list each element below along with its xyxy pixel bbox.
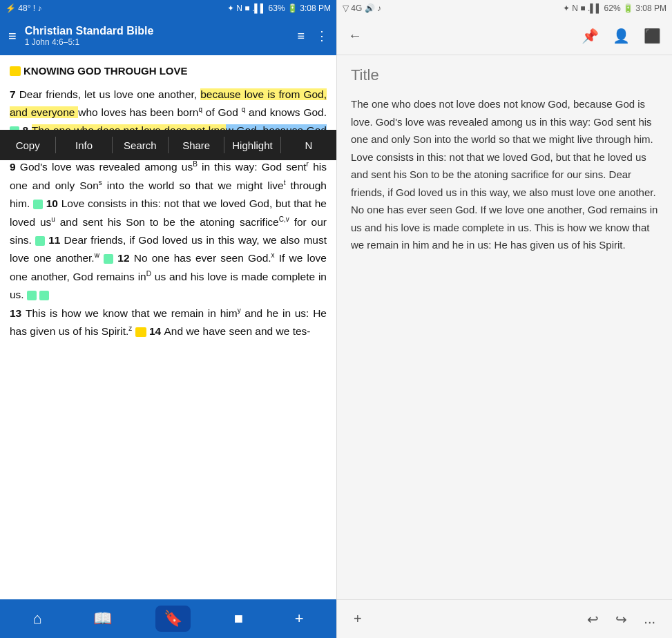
green-marker-3 (33, 200, 43, 209)
verse-7-highlight2: everyone (31, 106, 79, 118)
pin-icon[interactable]: 📌 (582, 28, 599, 44)
book-reference: 1 John 4:6–5:1 (25, 37, 289, 47)
note-title-area (337, 55, 672, 90)
section-heading: KNOWING GOD THROUGH LOVE (10, 62, 327, 80)
list-icon[interactable]: ≡ (297, 29, 305, 44)
nav-home[interactable]: ⌂ (24, 606, 50, 632)
right-bottom-bar: + ↩ ↪ ... (337, 599, 672, 638)
nav-add[interactable]: + (287, 606, 312, 632)
verse-7-num: 7 (10, 88, 19, 100)
yellow-marker-14 (135, 327, 146, 337)
context-menu: Copy Info Search Share Highlight N (0, 130, 336, 160)
verse-10-num: 10 (46, 197, 61, 209)
more-options-icon[interactable]: ... (638, 608, 661, 630)
verse-7-end: and knows God. (249, 106, 327, 118)
status-left-right: ✦ N ■ .▌▌ 63% 🔋 3:08 PM (227, 3, 331, 13)
green-marker-7 (39, 291, 49, 300)
note-content-area: The one who does not love does not know … (337, 90, 672, 599)
green-marker-6 (27, 291, 37, 300)
nav-grid[interactable]: ■ (226, 606, 251, 632)
undo-icon[interactable]: ↩ (582, 608, 604, 630)
status-right-left: ▽ 4G 🔊 ♪ (343, 3, 381, 13)
save-icon[interactable]: ⬛ (644, 28, 661, 44)
context-highlight[interactable]: Highlight (224, 133, 280, 158)
status-right-time: ✦ N ■ .▌▌ 62% 🔋 3:08 PM (563, 3, 666, 13)
nav-bookmark[interactable]: 🔖 (155, 606, 191, 632)
verse-14-text: And we have seen and we tes- (164, 325, 311, 337)
verse-9-num: 9 (10, 161, 20, 173)
verse-12-num: 12 (117, 252, 133, 264)
context-search[interactable]: Search (113, 133, 168, 158)
verse-13-num: 13 (10, 307, 26, 319)
left-panel: ⚡ 48° ! ♪ ✦ N ■ .▌▌ 63% 🔋 3:08 PM ≡ Chri… (0, 0, 336, 638)
back-icon[interactable]: ← (348, 28, 362, 44)
verse-14-num: 14 (149, 325, 164, 337)
verse-7-cont: who loves has been bornq of God (78, 106, 238, 118)
context-copy[interactable]: Copy (0, 133, 55, 158)
header-left: ≡ Christian Standard Bible 1 John 4:6–5:… (0, 17, 336, 55)
verse-11-num: 11 (48, 234, 64, 246)
app-name: Christian Standard Bible (25, 25, 289, 37)
bible-verses: 7 Dear friends, let us love one another,… (10, 86, 327, 341)
verse-7-text: Dear friends, let us love one another, (19, 88, 201, 100)
status-left-info: ⚡ 48° ! ♪ (6, 3, 41, 13)
right-bottom-action-icons: ↩ ↪ ... (582, 608, 661, 630)
context-share[interactable]: Share (169, 133, 224, 158)
sup-q: q (242, 106, 246, 113)
header-title-block: Christian Standard Bible 1 John 4:6–5:1 (25, 25, 289, 47)
note-title-input[interactable] (351, 66, 658, 84)
right-panel: ▽ 4G 🔊 ♪ ✦ N ■ .▌▌ 62% 🔋 3:08 PM ← 📌 👤 ⬛… (336, 0, 672, 638)
more-icon[interactable]: ⋮ (316, 28, 328, 44)
status-bar-right: ▽ 4G 🔊 ♪ ✦ N ■ .▌▌ 62% 🔋 3:08 PM (337, 0, 672, 17)
context-note[interactable]: N (281, 133, 336, 158)
header-right: ← 📌 👤 ⬛ (337, 17, 672, 55)
add-icon-right[interactable]: + (348, 608, 367, 630)
green-marker-5 (104, 254, 113, 264)
bottom-nav-left: ⌂ 📖 🔖 ■ + (0, 599, 336, 638)
menu-icon[interactable]: ≡ (8, 28, 17, 44)
section-heading-text: KNOWING GOD THROUGH LOVE (23, 62, 188, 80)
nav-book[interactable]: 📖 (85, 606, 120, 632)
redo-icon[interactable]: ↪ (610, 608, 633, 630)
context-info[interactable]: Info (56, 133, 111, 158)
note-text: The one who does not love does not know … (351, 95, 658, 254)
header-right-icons: ≡ ⋮ (297, 28, 328, 44)
person-icon[interactable]: 👤 (613, 28, 630, 44)
status-bar-left: ⚡ 48° ! ♪ ✦ N ■ .▌▌ 63% 🔋 3:08 PM (0, 0, 336, 17)
yellow-marker-heading (10, 66, 21, 76)
header-right-action-icons: 📌 👤 ⬛ (582, 28, 661, 44)
green-marker-4 (35, 236, 45, 246)
